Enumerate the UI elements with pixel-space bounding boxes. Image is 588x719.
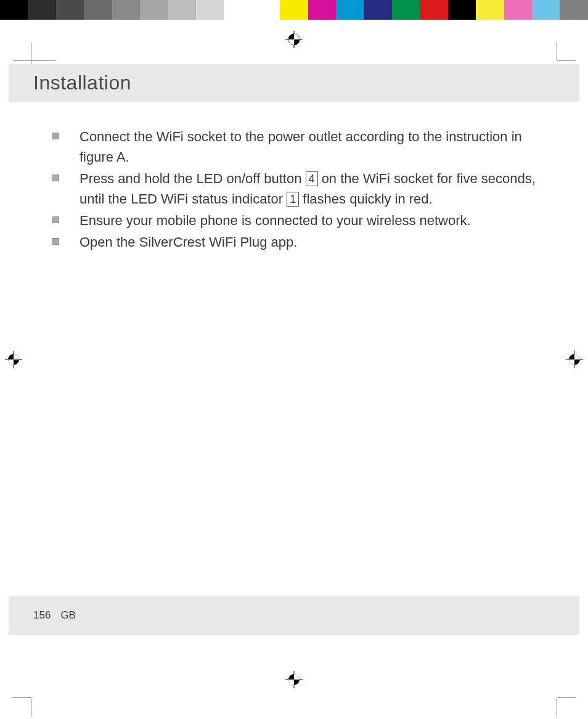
content: Connect the WiFi socket to the power out… — [31, 102, 557, 252]
list-item-text: Press and hold the LED on/off button 4 o… — [80, 168, 536, 209]
list-item: Connect the WiFi socket to the power out… — [52, 126, 536, 167]
color-swatch — [0, 0, 28, 20]
color-swatch — [252, 0, 280, 20]
list-item: Ensure your mobile phone is connected to… — [52, 210, 536, 231]
text: Connect the WiFi socket to the power out… — [80, 129, 522, 165]
color-calibration-bar — [0, 0, 588, 20]
list-item-text: Open the SilverCrest WiFi Plug app. — [80, 232, 536, 252]
color-swatch — [560, 0, 587, 20]
list-item: Press and hold the LED on/off button 4 o… — [52, 168, 536, 209]
footer: 156 GB — [9, 596, 579, 635]
color-swatch — [280, 0, 308, 20]
color-swatch — [308, 0, 336, 20]
color-swatch — [56, 0, 84, 20]
color-swatch — [392, 0, 420, 20]
color-swatch — [476, 0, 504, 20]
color-swatch — [364, 0, 391, 20]
color-swatch — [168, 0, 196, 20]
page: Installation Connect the WiFi socket to … — [31, 41, 557, 678]
list-item-text: Connect the WiFi socket to the power out… — [80, 126, 536, 167]
list-item: Open the SilverCrest WiFi Plug app. — [52, 232, 536, 252]
reference-number: 1 — [287, 192, 299, 207]
bullet-icon — [52, 168, 80, 209]
color-swatch — [336, 0, 364, 20]
bullet-icon — [52, 210, 80, 231]
bullet-icon — [52, 232, 80, 252]
text: Press and hold the LED on/off button — [80, 171, 306, 186]
text: Ensure your mobile phone is connected to… — [80, 213, 471, 228]
language-code: GB — [60, 609, 76, 622]
page-number: 156 — [33, 609, 51, 622]
color-swatch — [420, 0, 447, 20]
list-item-text: Ensure your mobile phone is connected to… — [80, 210, 536, 231]
color-swatch — [224, 0, 251, 20]
color-swatch — [28, 0, 55, 20]
page-title: Installation — [33, 72, 579, 94]
color-swatch — [84, 0, 112, 20]
registration-mark-icon — [5, 351, 22, 368]
color-swatch — [448, 0, 476, 20]
bullet-icon — [52, 126, 80, 167]
registration-mark-icon — [566, 351, 583, 368]
color-swatch — [140, 0, 168, 20]
reference-number: 4 — [306, 171, 318, 186]
text: Open the SilverCrest WiFi Plug app. — [80, 234, 297, 250]
color-swatch — [504, 0, 532, 20]
color-swatch — [112, 0, 140, 20]
text: flashes quickly in red. — [299, 191, 432, 207]
heading-bar: Installation — [9, 64, 579, 102]
color-swatch — [196, 0, 224, 20]
color-swatch — [532, 0, 560, 20]
